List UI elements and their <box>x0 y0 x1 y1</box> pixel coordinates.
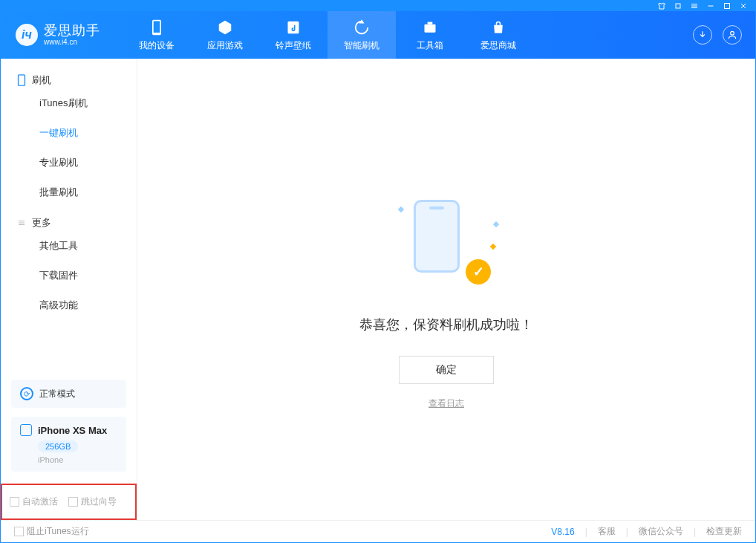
shirt-icon[interactable] <box>657 1 666 10</box>
version-label: V8.16 <box>551 527 574 537</box>
check-icon: ✓ <box>466 259 491 284</box>
box-icon[interactable] <box>674 1 682 10</box>
highlighted-options: 自动激活 跳过向导 <box>1 484 137 520</box>
sidebar-item-advanced[interactable]: 高级功能 <box>1 290 137 320</box>
cube-icon <box>216 19 234 36</box>
block-itunes-checkbox[interactable]: 阻止iTunes运行 <box>14 525 89 538</box>
music-icon <box>284 19 302 36</box>
device-icon <box>20 424 32 436</box>
svg-rect-8 <box>19 75 25 85</box>
storage-badge: 256GB <box>38 440 78 452</box>
nav-my-device[interactable]: 我的设备 <box>123 11 191 59</box>
svg-rect-1 <box>725 4 730 9</box>
maximize-icon[interactable] <box>723 1 731 10</box>
svg-point-7 <box>731 31 734 35</box>
briefcase-icon <box>421 19 439 36</box>
minimize-icon[interactable] <box>706 1 715 10</box>
success-message: 恭喜您，保资料刷机成功啦！ <box>359 316 533 334</box>
sidebar-item-pro-flash[interactable]: 专业刷机 <box>1 148 137 178</box>
mode-box[interactable]: ⟳ 正常模式 <box>11 380 126 408</box>
sidebar-item-download-firmware[interactable]: 下载固件 <box>1 261 137 290</box>
sidebar: 刷机 iTunes刷机 一键刷机 专业刷机 批量刷机 更多 其他工具 下载固件 … <box>1 59 137 520</box>
device-type: iPhone <box>38 455 117 464</box>
list-icon <box>17 218 26 227</box>
skip-wizard-checkbox[interactable]: 跳过向导 <box>68 495 117 508</box>
mode-icon: ⟳ <box>20 387 33 400</box>
phone-icon <box>148 19 166 36</box>
header: iч 爱思助手 www.i4.cn 我的设备 应用游戏 铃声壁纸 智能刷机 工具… <box>1 11 755 59</box>
download-button[interactable] <box>693 25 712 45</box>
svg-rect-0 <box>676 4 680 8</box>
nav-tabs: 我的设备 应用游戏 铃声壁纸 智能刷机 工具箱 爱思商城 <box>123 11 532 59</box>
nav-ringtones[interactable]: 铃声壁纸 <box>259 11 328 59</box>
menu-icon[interactable] <box>690 1 699 10</box>
ok-button[interactable]: 确定 <box>399 356 494 384</box>
svg-rect-6 <box>428 22 433 24</box>
view-log-link[interactable]: 查看日志 <box>428 397 464 410</box>
sidebar-item-batch-flash[interactable]: 批量刷机 <box>1 178 137 207</box>
svg-rect-3 <box>154 21 160 32</box>
sidebar-item-other-tools[interactable]: 其他工具 <box>1 231 137 261</box>
main-content: ✓ 恭喜您，保资料刷机成功啦！ 确定 查看日志 <box>137 59 755 520</box>
sidebar-item-oneclick-flash[interactable]: 一键刷机 <box>1 118 137 148</box>
support-link[interactable]: 客服 <box>598 525 616 538</box>
mode-label: 正常模式 <box>39 388 75 400</box>
refresh-icon <box>353 19 371 36</box>
bag-icon <box>489 19 507 36</box>
nav-flash[interactable]: 智能刷机 <box>328 11 396 59</box>
success-illustration: ✓ <box>414 200 479 282</box>
logo-icon: iч <box>16 24 38 46</box>
app-url: www.i4.cn <box>44 38 100 46</box>
wechat-link[interactable]: 微信公众号 <box>639 525 683 538</box>
close-icon[interactable] <box>739 1 748 10</box>
check-update-link[interactable]: 检查更新 <box>706 525 742 538</box>
app-name: 爱思助手 <box>44 24 100 39</box>
auto-activate-checkbox[interactable]: 自动激活 <box>10 495 58 508</box>
user-button[interactable] <box>723 25 742 45</box>
nav-apps[interactable]: 应用游戏 <box>191 11 259 59</box>
sidebar-section-more: 更多 <box>1 207 137 231</box>
sidebar-section-flash: 刷机 <box>1 65 137 88</box>
phone-icon <box>17 74 26 86</box>
svg-rect-5 <box>425 24 436 32</box>
footer: 阻止iTunes运行 V8.16 | 客服 | 微信公众号 | 检查更新 <box>1 520 755 542</box>
device-box[interactable]: iPhone XS Max 256GB iPhone <box>11 417 126 472</box>
device-name: iPhone XS Max <box>38 425 107 436</box>
nav-toolbox[interactable]: 工具箱 <box>396 11 464 59</box>
logo: iч 爱思助手 www.i4.cn <box>1 24 115 47</box>
sidebar-item-itunes-flash[interactable]: iTunes刷机 <box>1 88 137 118</box>
nav-store[interactable]: 爱思商城 <box>464 11 532 59</box>
window-controls <box>1 1 755 11</box>
